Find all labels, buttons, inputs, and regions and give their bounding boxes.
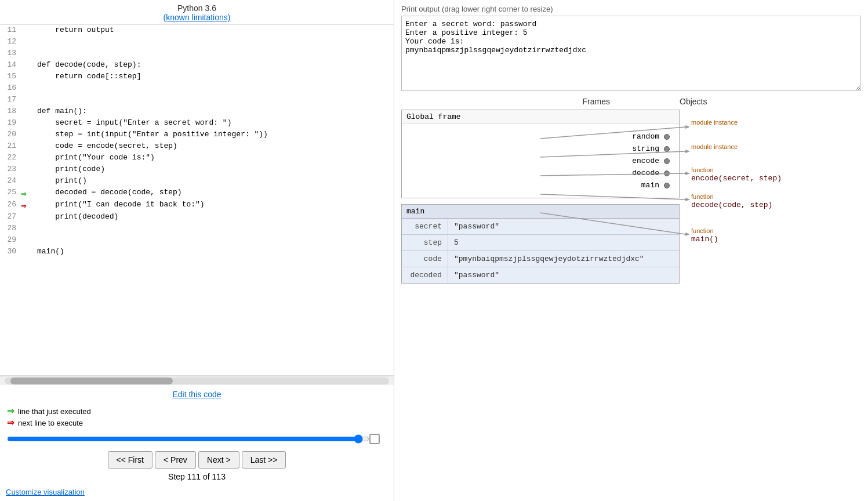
line-number-11: 11	[0, 25, 21, 37]
line-number-28: 28	[0, 223, 21, 235]
var-row-decode: decode	[411, 169, 670, 177]
obj-main-fn-value: main()	[691, 235, 718, 244]
code-line-13: 13	[0, 48, 394, 60]
line-number-26: 26	[0, 199, 21, 212]
main-var-value-step: 5	[448, 235, 464, 251]
main-frame-title: main	[402, 205, 679, 219]
global-frame-vars: random string encode decode	[402, 124, 679, 198]
main-var-value-decoded: "password"	[448, 267, 505, 283]
last-button[interactable]: Last >>	[242, 451, 286, 469]
main-var-name-decoded: decoded	[402, 267, 448, 283]
main-var-value-code: "pmynbaiqpmszjplssgqewjeydotzirrwztedjdx…	[448, 251, 650, 267]
arrow-col-23	[21, 164, 35, 176]
code-text-15: return code[::step]	[35, 71, 394, 83]
frames-objects-header: Frames Objects	[401, 97, 861, 106]
arrow-col-27	[21, 212, 35, 223]
obj-module2-label: module instance	[691, 143, 738, 150]
code-line-23: 23 print(code)	[0, 164, 394, 176]
svg-marker-9	[685, 233, 690, 236]
main-var-row-code: code "pmynbaiqpmszjplssgqewjeydotzirrwzt…	[402, 251, 679, 267]
code-line-15: 15 return code[::step]	[0, 71, 394, 83]
code-text-29	[35, 235, 394, 246]
line-number-27: 27	[0, 212, 21, 223]
line-number-19: 19	[0, 118, 21, 129]
frames-col-header: Frames	[401, 97, 680, 106]
main-frame-box: main secret "password" step 5 code "pmyn	[401, 204, 680, 284]
code-text-26: print("I can decode it back to:")	[35, 199, 394, 212]
h-scrollbar-row	[0, 376, 394, 385]
step-slider[interactable]	[7, 434, 369, 444]
obj-encode-fn-label: function	[691, 166, 782, 173]
first-button[interactable]: << First	[108, 451, 152, 469]
visualization-area: Global frame random string encode	[401, 110, 861, 353]
edit-link-row: Edit this code	[0, 385, 394, 404]
legend-red-arrow: ⇒	[7, 418, 14, 428]
code-text-28	[35, 223, 394, 235]
legend-green-arrow: ⇒	[7, 406, 14, 416]
print-output-box[interactable]	[401, 16, 861, 91]
code-line-30: 30main()	[0, 246, 394, 258]
code-text-24: print()	[35, 176, 394, 187]
line-number-15: 15	[0, 71, 21, 83]
main-var-name-secret: secret	[402, 219, 448, 234]
code-line-20: 20 step = int(input("Enter a positive in…	[0, 129, 394, 141]
code-line-24: 24 print()	[0, 176, 394, 187]
nav-row: << First < Prev Next > Last >>	[0, 446, 394, 471]
arrow-col-21	[21, 141, 35, 153]
python-version-label: Python 3.6	[177, 3, 216, 13]
code-line-11: 11 return output	[0, 25, 394, 37]
slider-handle	[369, 434, 380, 444]
obj-module2: module instance	[691, 143, 738, 151]
legend-green-text: line that just executed	[18, 407, 91, 416]
code-text-16	[35, 83, 394, 95]
line-number-13: 13	[0, 48, 21, 60]
customize-link[interactable]: Customize visualization	[6, 488, 85, 496]
global-frame-box: Global frame random string encode	[401, 110, 680, 198]
code-table: 11 return output121314def decode(code, s…	[0, 25, 394, 258]
code-line-17: 17	[0, 95, 394, 106]
arrow-col-13	[21, 48, 35, 60]
arrow-col-14	[21, 60, 35, 71]
code-line-16: 16	[0, 83, 394, 95]
frames-area: Global frame random string encode	[401, 110, 680, 353]
line-number-30: 30	[0, 246, 21, 258]
code-text-20: step = int(input("Enter a positive integ…	[35, 129, 394, 141]
h-scrollbar[interactable]	[5, 377, 389, 384]
arrow-col-24	[21, 176, 35, 187]
legend-green-item: ⇒ line that just executed	[7, 406, 387, 416]
obj-module1: module instance	[691, 119, 738, 126]
known-limitations-link[interactable]: (known limitations)	[164, 13, 231, 22]
slider-container	[0, 431, 394, 446]
next-button[interactable]: Next >	[198, 451, 239, 469]
arrow-col-11	[21, 25, 35, 37]
var-dot-encode	[664, 158, 670, 164]
line-number-18: 18	[0, 106, 21, 118]
svg-marker-1	[685, 125, 690, 129]
code-text-13	[35, 48, 394, 60]
global-frame-title: Global frame	[402, 110, 679, 124]
arrow-col-19	[21, 118, 35, 129]
var-dot-random	[664, 134, 670, 140]
arrow-col-12	[21, 37, 35, 48]
code-area: 11 return output121314def decode(code, s…	[0, 24, 394, 376]
code-line-14: 14def decode(code, step):	[0, 60, 394, 71]
prev-button[interactable]: < Prev	[155, 451, 196, 469]
code-line-18: 18def main():	[0, 106, 394, 118]
obj-encode-fn-value: encode(secret, step)	[691, 174, 782, 183]
arrow-col-26: ⇒	[21, 199, 35, 212]
svg-marker-7	[685, 198, 690, 201]
main-container: Python 3.6 (known limitations) 11 return…	[0, 0, 868, 501]
code-text-18: def main():	[35, 106, 394, 118]
edit-code-link[interactable]: Edit this code	[172, 390, 221, 399]
main-var-name-code: code	[402, 251, 448, 267]
line-number-12: 12	[0, 37, 21, 48]
code-line-25: 25⇒ decoded = decode(code, step)	[0, 187, 394, 199]
code-text-27: print(decoded)	[35, 212, 394, 223]
code-line-12: 12	[0, 37, 394, 48]
obj-main-fn: function main()	[691, 227, 718, 244]
arrow-col-22	[21, 153, 35, 164]
line-number-17: 17	[0, 95, 21, 106]
var-row-random: random	[411, 132, 670, 141]
code-text-22: print("Your code is:")	[35, 153, 394, 164]
objects-area: module instance module instance function…	[680, 110, 861, 353]
